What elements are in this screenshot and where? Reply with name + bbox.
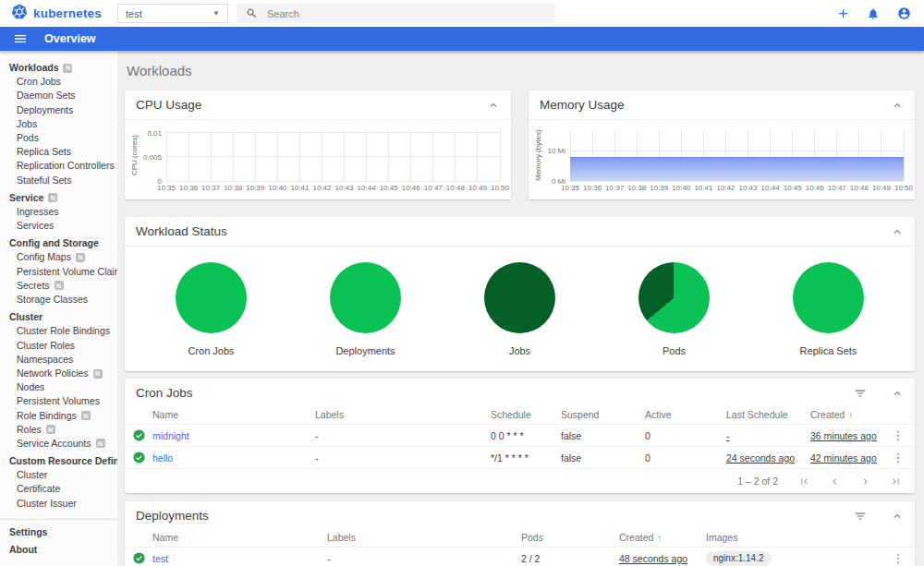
collapse-chevron-icon[interactable] [891, 225, 904, 238]
sidebar-item-label: Persistent Volumes [17, 394, 100, 408]
sidebar-item-nodes[interactable]: Nodes [0, 380, 117, 394]
column-header-last-schedule[interactable]: Last Schedule [726, 409, 810, 420]
sidebar-item-cluster[interactable]: Cluster [0, 468, 117, 482]
sidebar-item-config-and-storage: Config and Storage [0, 236, 117, 250]
column-header-created[interactable]: Created↑ [810, 409, 881, 420]
sidebar-item-label: Jobs [17, 117, 37, 131]
sidebar-item-pods[interactable]: Pods [0, 131, 117, 145]
sidebar-item-persistent-volumes[interactable]: Persistent Volumes [0, 394, 117, 408]
sidebar-item-cluster-roles[interactable]: Cluster Roles [0, 339, 117, 353]
search-input[interactable] [267, 8, 507, 19]
gridline-vertical [344, 129, 345, 181]
last-page-button[interactable] [890, 476, 902, 488]
sidebar-item-storage-classes[interactable]: Storage Classes [0, 293, 117, 307]
column-header-labels[interactable]: Labels [315, 409, 491, 420]
column-header-name[interactable]: Name [152, 532, 327, 543]
column-header-labels[interactable]: Labels [327, 532, 521, 543]
cell-name[interactable]: test [152, 553, 327, 564]
sidebar-item-certificate[interactable]: Certificate [0, 482, 117, 496]
cell-created: 36 minutes ago [810, 430, 881, 441]
collapse-chevron-icon[interactable] [487, 99, 500, 112]
cell-name[interactable]: midnight [152, 430, 315, 441]
sidebar-item-jobs[interactable]: Jobs [0, 117, 117, 131]
filter-icon[interactable] [854, 387, 867, 400]
kubernetes-logo[interactable]: kubernetes [0, 4, 117, 24]
cell-name[interactable]: hello [152, 452, 315, 464]
pie-chart[interactable] [330, 262, 401, 333]
sidebar-item-settings[interactable]: Settings [0, 525, 117, 539]
row-actions-button[interactable]: ⋮ [881, 452, 915, 464]
collapse-chevron-icon[interactable] [891, 99, 904, 112]
notifications-bell-icon[interactable] [866, 6, 881, 21]
namespaced-badge: N [63, 64, 72, 73]
next-page-button[interactable] [859, 476, 871, 488]
status-ok-icon [125, 452, 152, 464]
column-header-label: Images [706, 532, 737, 543]
column-header-label: Schedule [491, 409, 531, 420]
search-box[interactable] [237, 4, 555, 23]
x-tick-label: 10:42 [716, 184, 735, 192]
sidebar-item-role-bindings[interactable]: Role BindingsN [0, 409, 117, 423]
sidebar-item-roles[interactable]: RolesN [0, 423, 117, 437]
sidebar-item-label: Config Maps [17, 250, 71, 264]
column-header-created[interactable]: Created↑ [619, 532, 706, 543]
filter-icon[interactable] [854, 510, 867, 523]
sidebar-item-workloads[interactable]: WorkloadsN [0, 61, 117, 75]
cron-jobs-table-header: NameLabelsScheduleSuspendActiveLast Sche… [125, 405, 915, 425]
sidebar-item-about[interactable]: About [0, 543, 117, 557]
sidebar-item-replica-sets[interactable]: Replica Sets [0, 145, 117, 159]
create-resource-button[interactable] [835, 6, 850, 21]
column-header-active[interactable]: Active [645, 409, 726, 420]
sidebar-item-config-maps[interactable]: Config MapsN [0, 250, 117, 264]
sidebar-item-daemon-sets[interactable]: Daemon Sets [0, 89, 117, 102]
sidebar-item-secrets[interactable]: SecretsN [0, 279, 117, 293]
memory-usage-title: Memory Usage [540, 98, 625, 112]
sidebar-item-cron-jobs[interactable]: Cron Jobs [0, 75, 117, 89]
column-header-suspend[interactable]: Suspend [561, 409, 645, 420]
pie-chart[interactable] [484, 262, 555, 333]
sidebar-item-service[interactable]: ServiceN [0, 191, 117, 205]
sidebar-item-network-policies[interactable]: Network PoliciesN [0, 367, 117, 380]
collapse-chevron-icon[interactable] [891, 387, 904, 400]
column-header-name[interactable]: Name [152, 409, 315, 420]
pie-chart[interactable] [793, 262, 864, 333]
sidebar-item-cluster-issuer[interactable]: Cluster Issuer [0, 497, 117, 511]
namespace-selector[interactable]: test ▼ [117, 4, 228, 23]
search-icon [246, 7, 258, 19]
workload-pie-pods: Pods [597, 262, 751, 356]
collapse-chevron-icon[interactable] [891, 510, 904, 523]
account-icon[interactable] [896, 6, 911, 21]
column-header-label: Pods [521, 532, 543, 543]
memory-usage-chart: Memory (bytes)10 Mi0 Mi10:3510:3610:3710… [529, 120, 915, 199]
sidebar-item-services[interactable]: Services [0, 219, 117, 233]
column-header-pods[interactable]: Pods [521, 532, 619, 543]
sidebar-item-stateful-sets[interactable]: Stateful Sets [0, 174, 117, 187]
previous-page-button[interactable] [829, 476, 841, 488]
row-actions-button[interactable]: ⋮ [881, 429, 915, 441]
workload-pie-replica-sets: Replica Sets [751, 262, 906, 356]
first-page-button[interactable] [798, 476, 810, 488]
memory-usage-area-series [570, 157, 904, 181]
menu-hamburger-icon[interactable] [0, 31, 28, 46]
namespaced-badge: N [81, 411, 91, 420]
gridline-horizontal [166, 156, 500, 157]
sidebar-item-service-accounts[interactable]: Service AccountsN [0, 437, 117, 451]
sidebar-item-persistent-volume-claims[interactable]: Persistent Volume ClaimsN [0, 265, 117, 279]
sidebar-item-label: Nodes [17, 380, 44, 394]
sidebar-item-cluster-role-bindings[interactable]: Cluster Role Bindings [0, 324, 117, 338]
sidebar-item-namespaces[interactable]: Namespaces [0, 353, 117, 367]
column-header-images[interactable]: Images [706, 532, 881, 543]
pie-label: Cron Jobs [188, 345, 234, 356]
sidebar-item-replication-controllers[interactable]: Replication Controllers [0, 159, 117, 173]
sidebar-item-ingresses[interactable]: Ingresses [0, 205, 117, 219]
table-row: midnight-0 0 * * *false0-36 minutes ago⋮ [125, 425, 915, 447]
column-header-schedule[interactable]: Schedule [491, 409, 561, 420]
row-actions-button[interactable]: ⋮ [881, 552, 915, 564]
pie-chart[interactable] [176, 262, 247, 333]
sidebar-item-label: Services [17, 219, 54, 233]
namespaced-badge: N [55, 281, 64, 290]
x-tick-label: 10:46 [402, 184, 420, 192]
pie-chart[interactable] [638, 262, 710, 333]
sidebar-item-label: Workloads [9, 61, 58, 75]
sidebar-item-deployments[interactable]: Deployments [0, 103, 117, 117]
